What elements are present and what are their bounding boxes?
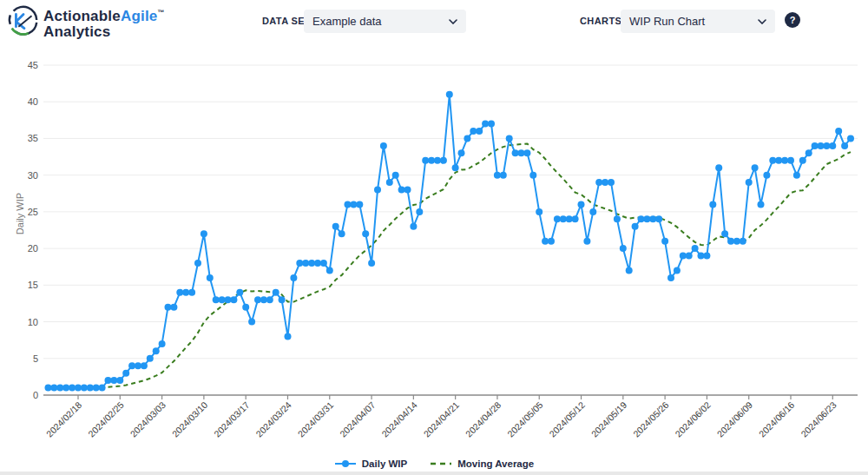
daily-wip-point[interactable]	[105, 377, 112, 384]
daily-wip-point[interactable]	[686, 253, 693, 260]
daily-wip-point[interactable]	[458, 149, 465, 156]
daily-wip-point[interactable]	[182, 289, 189, 296]
daily-wip-point[interactable]	[207, 274, 214, 281]
daily-wip-point[interactable]	[583, 238, 590, 245]
daily-wip-point[interactable]	[548, 238, 555, 245]
daily-wip-point[interactable]	[345, 201, 352, 208]
daily-wip-point[interactable]	[781, 157, 788, 164]
daily-wip-point[interactable]	[709, 201, 716, 208]
daily-wip-point[interactable]	[799, 157, 806, 164]
legend-item-moving-average[interactable]: Moving Average	[430, 459, 534, 469]
daily-wip-point[interactable]	[488, 121, 495, 128]
daily-wip-point[interactable]	[326, 267, 333, 274]
daily-wip-point[interactable]	[554, 215, 561, 222]
daily-wip-point[interactable]	[374, 187, 381, 194]
daily-wip-point[interactable]	[529, 172, 536, 179]
daily-wip-point[interactable]	[398, 187, 405, 194]
daily-wip-point[interactable]	[302, 260, 309, 267]
daily-wip-point[interactable]	[769, 157, 776, 164]
daily-wip-point[interactable]	[841, 142, 848, 149]
daily-wip-point[interactable]	[110, 377, 117, 384]
daily-wip-point[interactable]	[416, 208, 423, 215]
daily-wip-point[interactable]	[452, 164, 459, 171]
daily-wip-point[interactable]	[626, 267, 633, 274]
daily-wip-point[interactable]	[500, 172, 507, 179]
daily-wip-point[interactable]	[285, 333, 292, 340]
daily-wip-point[interactable]	[536, 208, 542, 215]
daily-wip-point[interactable]	[566, 215, 573, 222]
daily-wip-point[interactable]	[674, 267, 681, 274]
daily-wip-point[interactable]	[230, 296, 237, 303]
daily-wip-point[interactable]	[45, 385, 52, 392]
daily-wip-point[interactable]	[638, 215, 645, 222]
daily-wip-point[interactable]	[752, 164, 759, 171]
daily-wip-point[interactable]	[698, 253, 705, 260]
daily-wip-point[interactable]	[446, 91, 453, 98]
daily-wip-point[interactable]	[81, 385, 88, 392]
daily-wip-point[interactable]	[632, 223, 639, 230]
daily-wip-point[interactable]	[50, 385, 57, 392]
daily-wip-point[interactable]	[201, 230, 207, 237]
daily-wip-point[interactable]	[135, 362, 141, 369]
daily-wip-point[interactable]	[141, 362, 148, 369]
daily-wip-point[interactable]	[829, 142, 836, 149]
daily-wip-point[interactable]	[170, 304, 177, 311]
daily-wip-point[interactable]	[159, 340, 166, 347]
daily-wip-point[interactable]	[362, 230, 369, 237]
daily-wip-point[interactable]	[572, 215, 579, 222]
daily-wip-point[interactable]	[75, 385, 82, 392]
daily-wip-point[interactable]	[715, 164, 722, 171]
daily-wip-points[interactable]	[45, 91, 855, 392]
daily-wip-point[interactable]	[578, 201, 585, 208]
daily-wip-point[interactable]	[763, 172, 770, 179]
legend-item-daily-wip[interactable]: Daily WIP	[334, 459, 407, 469]
daily-wip-point[interactable]	[470, 128, 477, 135]
daily-wip-point[interactable]	[260, 296, 267, 303]
daily-wip-point[interactable]	[248, 319, 255, 326]
daily-wip-point[interactable]	[595, 179, 602, 186]
daily-wip-point[interactable]	[356, 201, 363, 208]
daily-wip-point[interactable]	[614, 215, 621, 222]
daily-wip-point[interactable]	[386, 179, 393, 186]
daily-wip-point[interactable]	[368, 260, 375, 267]
daily-wip-point[interactable]	[422, 157, 429, 164]
daily-wip-point[interactable]	[308, 260, 315, 267]
daily-wip-point[interactable]	[165, 304, 172, 311]
daily-wip-point[interactable]	[87, 385, 94, 392]
daily-wip-point[interactable]	[428, 157, 435, 164]
daily-wip-point[interactable]	[620, 245, 627, 252]
daily-wip-point[interactable]	[835, 128, 842, 135]
daily-wip-point[interactable]	[727, 238, 734, 245]
daily-wip-point[interactable]	[242, 304, 249, 311]
daily-wip-point[interactable]	[667, 274, 674, 281]
daily-wip-point[interactable]	[542, 238, 549, 245]
daily-wip-point[interactable]	[692, 245, 699, 252]
daily-wip-point[interactable]	[847, 135, 854, 142]
daily-wip-point[interactable]	[296, 260, 303, 267]
daily-wip-point[interactable]	[188, 289, 195, 296]
daily-wip-point[interactable]	[680, 253, 687, 260]
daily-wip-point[interactable]	[332, 223, 339, 230]
daily-wip-point[interactable]	[56, 385, 63, 392]
daily-wip-point[interactable]	[602, 179, 608, 186]
daily-wip-point[interactable]	[350, 201, 357, 208]
daily-wip-point[interactable]	[62, 385, 69, 392]
daily-wip-point[interactable]	[392, 172, 399, 179]
daily-wip-point[interactable]	[746, 179, 753, 186]
daily-wip-point[interactable]	[290, 274, 297, 281]
daily-wip-point[interactable]	[758, 201, 765, 208]
daily-wip-point[interactable]	[476, 128, 483, 135]
daily-wip-point[interactable]	[153, 347, 160, 354]
daily-wip-point[interactable]	[404, 187, 411, 194]
daily-wip-point[interactable]	[225, 296, 232, 303]
daily-wip-point[interactable]	[147, 355, 154, 362]
daily-wip-point[interactable]	[176, 289, 183, 296]
daily-wip-point[interactable]	[314, 260, 321, 267]
daily-wip-point[interactable]	[464, 135, 470, 142]
daily-wip-point[interactable]	[273, 289, 279, 296]
daily-wip-point[interactable]	[721, 230, 728, 237]
daily-wip-point[interactable]	[93, 385, 100, 392]
daily-wip-point[interactable]	[806, 149, 812, 156]
daily-wip-point[interactable]	[219, 296, 226, 303]
daily-wip-point[interactable]	[643, 215, 650, 222]
